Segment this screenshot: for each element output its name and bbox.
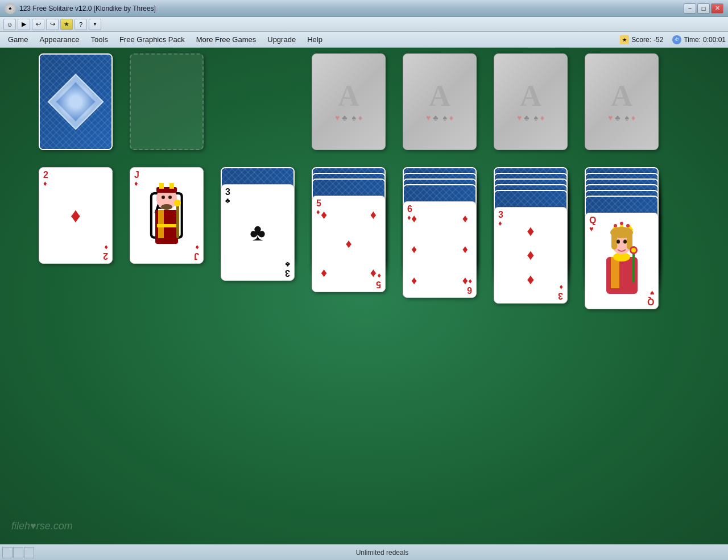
bottom-section-2 [13,547,23,558]
score-icon: ★ [620,35,629,44]
stock-pile[interactable] [39,53,113,150]
svg-rect-24 [611,233,617,250]
watermark: fileh♥rse.com [11,520,73,532]
tableau-col6-card1[interactable]: 3 ♦ ♦ ♦ ♦ 3 ♦ [494,207,568,304]
close-button[interactable]: ✕ [711,3,723,14]
tableau-col2-card1[interactable]: J ♦ 🃁 J ♦ [130,167,204,264]
redeals-text: Unlimited redeals [356,549,409,557]
foundation-3[interactable]: A ♥ ♣ ♠ ♦ [494,53,568,150]
svg-point-26 [617,239,620,243]
svg-point-22 [626,224,630,227]
quick-access-toolbar: ☺ ▶ ↩ ↪ ★ ? ▼ [0,17,728,32]
foundation-4[interactable]: A ♥ ♣ ♠ ♦ [585,53,659,150]
menu-appearance[interactable]: Appearance [34,33,85,46]
menu-more-free-games[interactable]: More Free Games [191,33,262,46]
title-bar: ♠ 123 Free Solitaire v12.0 [Klondike by … [0,0,728,17]
tableau-col7-card1[interactable]: Q ♥ [585,213,659,309]
menu-help[interactable]: Help [301,33,328,46]
window-controls: − □ ✕ [684,3,723,14]
toolbar-btn-6[interactable]: ? [75,19,87,30]
menu-bar: Game Appearance Tools Free Graphics Pack… [0,32,728,48]
time-value: 0:00:01 [703,36,726,44]
menu-upgrade[interactable]: Upgrade [262,33,301,46]
tableau-col4-card1[interactable]: 5 ♦ ♦ ♦ ♦ ♦ ♦ 5 ♦ [312,196,386,292]
maximize-button[interactable]: □ [697,3,710,14]
svg-point-27 [623,239,627,243]
score-value: -52 [653,36,663,44]
time-icon: ⏱ [672,35,681,44]
bottom-bar: Unlimited redeals [0,544,728,560]
toolbar-btn-7[interactable]: ▼ [89,19,101,30]
toolbar-btn-2[interactable]: ▶ [18,19,30,30]
menu-game[interactable]: Game [2,33,34,46]
app-icon: ♠ [5,3,16,14]
game-area: A ♥ ♣ ♠ ♦ A ♥ ♣ ♠ ♦ A ♥ [0,48,728,552]
toolbar-btn-5[interactable]: ★ [60,19,73,30]
time-display: ⏱ Time: 0:00:01 [672,35,726,44]
score-label: Score: [631,36,651,44]
tableau-col3-card1[interactable]: 3 ♣ ♣ 3 ♣ [221,184,295,281]
foundation-2[interactable]: A ♥ ♣ ♠ ♦ [403,53,477,150]
svg-point-20 [614,224,617,227]
foundation-1[interactable]: A ♥ ♣ ♠ ♦ [312,53,386,150]
svg-point-30 [631,248,636,252]
toolbar-btn-4[interactable]: ↪ [46,19,59,30]
bottom-section-1 [2,547,13,558]
toolbar-btn-1[interactable]: ☺ [3,19,16,30]
toolbar-btn-3[interactable]: ↩ [32,19,44,30]
title-text: 123 Free Solitaire v12.0 [Klondike by Th… [19,5,156,13]
time-label: Time: [684,36,701,44]
svg-rect-28 [632,251,635,283]
tableau-col1-card1[interactable]: 2 ♦ ♦ 2 ♦ [39,167,113,264]
svg-rect-13 [611,257,619,288]
score-display: ★ Score: -52 [620,35,663,44]
menu-tools[interactable]: Tools [85,33,114,46]
waste-pile[interactable] [130,53,204,150]
menu-free-graphics[interactable]: Free Graphics Pack [114,33,191,46]
svg-point-21 [620,222,623,225]
bottom-section-3 [24,547,34,558]
tableau-col5-card1[interactable]: 6 ♦ ♦ ♦ ♦ ♦ ♦ ♦ 6 ♦ [403,201,477,298]
minimize-button[interactable]: − [684,3,696,14]
